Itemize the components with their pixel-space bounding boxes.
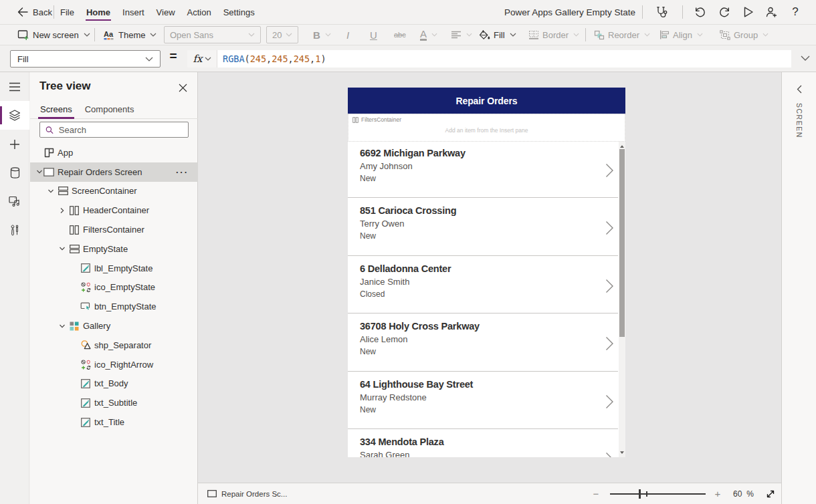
back-button[interactable]: Back xyxy=(17,0,52,24)
tree-item-repair-orders-screen[interactable]: Repair Orders Screen··· xyxy=(30,162,198,182)
data-nav-button[interactable] xyxy=(0,158,29,187)
zoom-in-button[interactable]: + xyxy=(712,483,724,504)
undo-button[interactable] xyxy=(690,2,710,22)
tree-item-ico-emptystate[interactable]: ico_EmptyState xyxy=(30,278,198,297)
fill-button[interactable]: Fill xyxy=(475,25,520,45)
insert-nav-button[interactable] xyxy=(0,130,29,158)
chevron-down-icon[interactable] xyxy=(47,187,55,195)
chevron-down-icon xyxy=(510,33,516,37)
search-input[interactable] xyxy=(59,125,183,135)
app-header-bar[interactable]: Repair Orders xyxy=(348,88,625,114)
menu-action[interactable]: Action xyxy=(181,0,217,24)
formula-bar-expand-button[interactable] xyxy=(797,49,813,67)
chevron-right-icon[interactable] xyxy=(605,221,614,235)
gallery-control[interactable]: 334 Mendota PlazaSarah Green64 Lighthous… xyxy=(348,142,625,457)
current-screen-indicator[interactable]: Repair Orders Sc... xyxy=(207,483,287,504)
menu-home[interactable]: Home xyxy=(80,0,116,24)
redo-icon xyxy=(718,6,731,18)
preview-play-button[interactable] xyxy=(738,2,758,22)
redo-button[interactable] xyxy=(714,2,734,22)
tree-item-shp-separator[interactable]: shp_Separator xyxy=(30,336,198,355)
menu-file[interactable]: File xyxy=(54,0,80,24)
tree-item-txt-title[interactable]: txt_Title xyxy=(30,412,198,432)
border-button[interactable]: Border xyxy=(524,25,583,45)
gallery-item[interactable]: 6692 Michigan ParkwayAmy JohnsonNew xyxy=(348,142,625,199)
chevron-right-icon[interactable] xyxy=(605,279,614,293)
tree-item-headercontainer[interactable]: HeaderContainer xyxy=(30,201,198,220)
gallery-scrollbar-thumb[interactable] xyxy=(619,149,625,337)
tree-item-screencontainer[interactable]: ScreenContainer xyxy=(30,182,198,201)
chevron-right-icon[interactable] xyxy=(605,394,614,409)
media-nav-button[interactable] xyxy=(0,187,29,216)
align-button[interactable]: Align xyxy=(655,25,707,45)
gallery-item-title: 334 Mendota Plaza xyxy=(360,435,444,449)
zoom-slider[interactable] xyxy=(610,493,706,495)
gallery-item[interactable]: 334 Mendota PlazaSarah Green xyxy=(348,430,625,457)
expand-diagonal-icon xyxy=(766,489,775,499)
formula-input[interactable]: RGBA(245,245,245,1) xyxy=(217,50,791,68)
menu-view[interactable]: View xyxy=(150,0,181,24)
tree-item-txt-body[interactable]: txt_Body xyxy=(30,374,198,394)
filters-container[interactable]: FiltersContainer Add an item from the In… xyxy=(348,114,625,142)
property-select[interactable]: Fill xyxy=(10,50,161,68)
menu-settings[interactable]: Settings xyxy=(217,0,261,24)
gallery-item[interactable]: 64 Lighthouse Bay StreetMurray RedstoneN… xyxy=(348,373,625,430)
zoom-out-button[interactable]: − xyxy=(590,483,602,504)
chevron-right-icon[interactable] xyxy=(605,452,614,457)
scroll-down-icon[interactable] xyxy=(619,449,625,456)
tree-item-txt-subtitle[interactable]: txt_Subtitle xyxy=(30,393,198,412)
gallery-scrollbar[interactable] xyxy=(619,142,625,457)
tree-item-gallery[interactable]: Gallery xyxy=(30,316,198,336)
reorder-button[interactable]: Reorder xyxy=(590,25,654,45)
menu-insert[interactable]: Insert xyxy=(116,0,150,24)
chevron-right-icon[interactable] xyxy=(58,207,66,215)
tree-item-ico-rightarrow[interactable]: ico_RightArrow xyxy=(30,355,198,374)
text-align-button[interactable] xyxy=(447,25,476,45)
gallery-item[interactable]: 6 Delladonna CenterJanice SmithClosed xyxy=(348,257,625,315)
chevron-down-icon[interactable] xyxy=(58,322,66,330)
close-panel-button[interactable] xyxy=(176,81,189,94)
fit-to-window-button[interactable] xyxy=(762,483,779,504)
chevron-right-icon[interactable] xyxy=(605,163,614,178)
advanced-tools-nav-button[interactable] xyxy=(0,216,29,245)
hcontainer-control-icon xyxy=(69,225,80,235)
expand-panel-button[interactable] xyxy=(793,83,805,95)
tree-view-nav-button[interactable] xyxy=(0,101,29,130)
tree-item-emptystate[interactable]: EmptyState xyxy=(30,239,198,259)
hamburger-menu-button[interactable] xyxy=(0,72,29,101)
border-label: Border xyxy=(542,30,569,40)
zoom-slider-thumb[interactable] xyxy=(639,489,641,499)
chevron-down-icon[interactable] xyxy=(58,245,66,253)
tree-view-panel: Tree view ScreensComponents AppRepair Or… xyxy=(30,72,198,504)
more-options-button[interactable]: ··· xyxy=(176,167,189,177)
bold-button[interactable]: B xyxy=(309,25,335,45)
chevron-down-icon[interactable] xyxy=(35,168,43,176)
tree-search-box[interactable] xyxy=(39,122,189,138)
italic-button[interactable]: I xyxy=(342,25,353,45)
gallery-item[interactable]: 36708 Holy Cross ParkwayAlice LemonNew xyxy=(348,315,625,372)
tree-item-btn-emptystate[interactable]: btn_EmptyState xyxy=(30,297,198,316)
app-checker-button[interactable] xyxy=(651,2,672,22)
font-family-select[interactable]: Open Sans xyxy=(164,26,261,43)
tab-screens[interactable]: Screens xyxy=(39,101,73,118)
tree-item-app[interactable]: App xyxy=(30,143,198,162)
font-size-select[interactable]: 20 xyxy=(266,26,298,43)
fx-dropdown[interactable]: fx xyxy=(187,50,217,68)
group-button[interactable]: Group xyxy=(716,25,773,45)
tree-item-label: shp_Separator xyxy=(94,340,151,350)
gallery-item[interactable]: 851 Carioca CrossingTerry OwenNew xyxy=(348,199,625,257)
property-select-value: Fill xyxy=(17,54,145,64)
theme-button[interactable]: Aa Theme xyxy=(99,25,161,45)
help-button[interactable]: ? xyxy=(785,2,805,22)
app-screen-preview[interactable]: Repair Orders FiltersContainer Add an it… xyxy=(348,88,625,457)
new-screen-button[interactable]: New screen xyxy=(13,25,94,45)
font-color-button[interactable]: A xyxy=(416,25,441,45)
tree-item-label: HeaderContainer xyxy=(83,205,149,215)
chevron-right-icon[interactable] xyxy=(605,336,614,351)
tab-components[interactable]: Components xyxy=(84,101,135,118)
share-button[interactable] xyxy=(761,2,781,22)
tree-item-lbl-emptystate[interactable]: lbl_EmptyState xyxy=(30,259,198,278)
underline-button[interactable]: U xyxy=(366,25,381,45)
strikethrough-button[interactable]: abc xyxy=(390,25,410,45)
tree-item-filterscontainer[interactable]: FiltersContainer xyxy=(30,220,198,239)
